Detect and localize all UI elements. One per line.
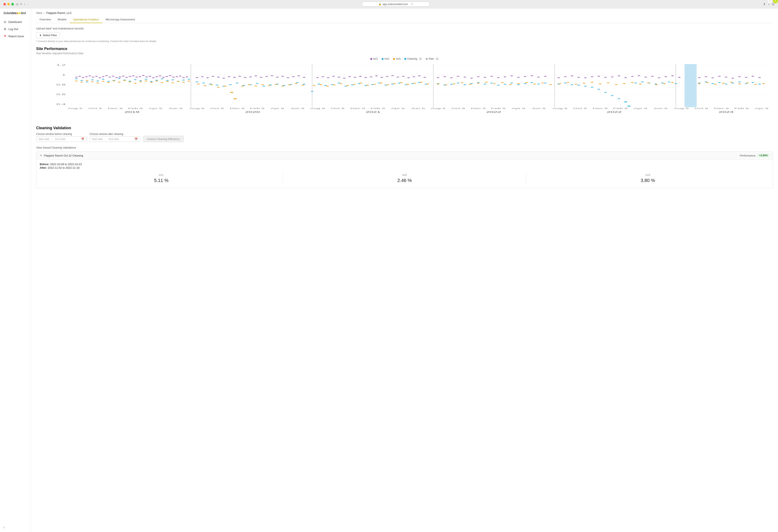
svg-point-246: [102, 81, 104, 82]
svg-point-25: [105, 75, 108, 76]
svg-point-36: [142, 75, 145, 76]
window-titlebar: ⊟ ⧉ ‹ › 🔒 app.solarunsoiled.com ↻ ⬆ + ⊞: [0, 0, 778, 8]
cleaning-validation-section: Cleaning Validation Choose window before…: [36, 126, 773, 188]
svg-point-35: [139, 76, 141, 77]
svg-point-29: [119, 77, 121, 77]
before-date-range-input[interactable]: Start date → End date 📅: [36, 137, 87, 142]
svg-text:Aug 9: Aug 9: [310, 107, 325, 109]
svg-point-56: [228, 76, 230, 77]
url-text: app.solarunsoiled.com: [383, 3, 408, 6]
svg-point-209: [531, 82, 533, 83]
svg-point-230: [675, 83, 677, 84]
svg-point-291: [386, 84, 389, 85]
tab-models[interactable]: Models: [54, 16, 70, 23]
close-button[interactable]: [3, 3, 6, 5]
svg-point-320: [615, 84, 618, 85]
svg-text:Dec 9: Dec 9: [593, 107, 608, 109]
svg-text:Oct 9: Oct 9: [573, 107, 587, 109]
svg-text:Dec 9: Dec 9: [108, 107, 123, 109]
svg-point-63: [265, 76, 268, 77]
svg-point-125: [665, 76, 667, 77]
url-bar[interactable]: 🔒 app.solarunsoiled.com ↻: [362, 2, 430, 6]
svg-point-251: [129, 82, 132, 82]
svg-point-308: [517, 83, 520, 84]
sidebar-item-report[interactable]: ⚑ Report Issue: [0, 32, 31, 40]
svg-text:Jun 9: Jun 9: [653, 107, 668, 109]
svg-point-235: [725, 84, 727, 84]
svg-point-181: [337, 83, 340, 83]
svg-text:Apr 9: Apr 9: [755, 107, 769, 109]
after-end-date: End date: [109, 138, 119, 141]
svg-point-45: [172, 77, 175, 78]
svg-point-42: [162, 77, 165, 78]
legend-dot-inv2: [382, 58, 384, 60]
svg-point-30: [122, 76, 125, 77]
svg-point-46: [175, 76, 178, 77]
expand-chevron-icon: ▼: [40, 154, 42, 157]
sidebar-toggle-icon[interactable]: ⊟: [16, 3, 18, 6]
breadcrumb-parent[interactable]: Sites: [36, 11, 42, 14]
tabs-bar: Overview Models Operational Analytics Mi…: [36, 16, 773, 23]
after-date-range-input[interactable]: Start date → End date 📅: [90, 137, 140, 142]
svg-point-67: [287, 77, 289, 78]
before-label-bold: Before:: [40, 163, 50, 166]
svg-point-133: [731, 78, 734, 79]
svg-point-108: [544, 76, 547, 77]
saved-validations-title[interactable]: View Saved Cleaning Validations: [36, 146, 773, 149]
svg-point-286: [353, 84, 356, 85]
before-calendar-icon[interactable]: 📅: [81, 138, 84, 141]
logout-icon: ⊘: [3, 27, 7, 31]
svg-point-306: [501, 82, 504, 83]
sidebar-item-logout[interactable]: ⊘ Log Out: [0, 25, 31, 32]
validation-header[interactable]: ▼ Flapjack Ranch Oct 22 Cleaning Perform…: [36, 152, 773, 160]
maximize-button[interactable]: [11, 3, 14, 5]
svg-point-300: [453, 83, 455, 84]
svg-point-87: [402, 76, 404, 77]
svg-point-305: [493, 83, 495, 84]
after-calendar-icon[interactable]: 📅: [135, 138, 138, 141]
svg-point-247: [107, 82, 110, 83]
after-cleaning-label: Choose window after cleaning: [90, 132, 140, 136]
svg-point-82: [375, 75, 378, 76]
select-files-button[interactable]: ⬇ Select Files: [36, 32, 60, 38]
svg-point-299: [445, 84, 448, 85]
svg-point-207: [517, 84, 520, 85]
svg-point-41: [159, 75, 161, 76]
tab-operational-analytics[interactable]: Operational Analytics: [70, 16, 102, 23]
svg-point-198: [457, 83, 459, 83]
sidebar-item-report-label: Report Issue: [8, 35, 24, 38]
legend-label-inv3: inv3: [396, 57, 401, 60]
back-button[interactable]: ‹: [24, 2, 25, 6]
tab-microscopy[interactable]: Microscopy Assessment: [102, 16, 138, 23]
svg-point-331: [722, 83, 725, 84]
svg-point-122: [644, 77, 647, 78]
legend-inv2: inv2: [382, 57, 389, 60]
svg-point-118: [618, 75, 620, 76]
svg-point-261: [182, 82, 185, 83]
after-arrow: →: [104, 138, 107, 141]
svg-point-319: [607, 82, 610, 83]
svg-text:Oct 9: Oct 9: [210, 107, 224, 109]
svg-point-334: [746, 82, 749, 83]
svg-point-159: [187, 79, 190, 80]
svg-point-259: [171, 82, 174, 83]
sidebar-collapse-button[interactable]: ‹: [0, 523, 31, 532]
share-icon[interactable]: ⬆: [763, 2, 766, 6]
svg-point-275: [275, 84, 277, 85]
svg-point-309: [525, 82, 528, 83]
reload-icon[interactable]: ↻: [411, 3, 413, 6]
sidebar-item-dashboard[interactable]: ⊙ Dashboard: [0, 18, 31, 25]
window-expand-icon[interactable]: ⧉: [20, 3, 22, 6]
assess-cleaning-efficiency-button[interactable]: Assess Cleaning Efficiency: [143, 136, 184, 142]
svg-point-73: [327, 77, 329, 78]
performance-badge: Performance: +3.80%: [740, 154, 769, 157]
svg-text:Dec 9: Dec 9: [471, 107, 486, 109]
svg-point-91: [423, 77, 426, 78]
svg-point-141: [91, 79, 94, 80]
svg-point-107: [537, 77, 540, 78]
minimize-button[interactable]: [7, 3, 10, 5]
svg-point-51: [201, 76, 204, 77]
svg-point-276: [281, 86, 284, 87]
svg-point-103: [510, 75, 513, 76]
tab-overview[interactable]: Overview: [36, 16, 54, 23]
